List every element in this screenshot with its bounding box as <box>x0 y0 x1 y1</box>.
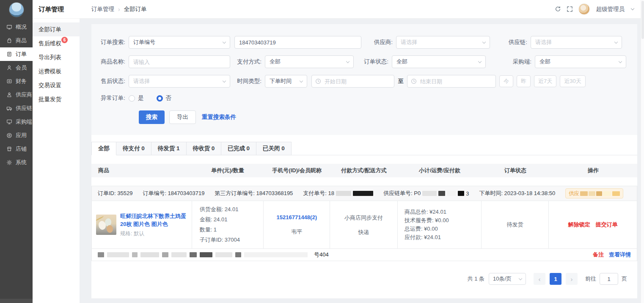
order-keyword-input[interactable] <box>234 36 361 49</box>
prev-page-button[interactable]: ‹ <box>534 273 545 285</box>
unit-qty-cell: 供货金额: 24.01 金额: 24.01 数量: 1 子订单ID: 37004 <box>192 201 264 248</box>
fullscreen-icon[interactable] <box>567 6 573 12</box>
nav-label: 采购端 <box>16 118 32 126</box>
note-link[interactable]: 备注 <box>593 251 604 259</box>
next-page-button[interactable]: › <box>566 273 578 285</box>
buyer-phone-link[interactable]: 15216771448(2) <box>277 214 317 220</box>
redacted-block <box>162 252 168 257</box>
time-type-select[interactable]: 下单时间 <box>265 75 307 88</box>
nav-item-overview[interactable]: 概况 <box>0 20 33 34</box>
abnormal-no-radio[interactable]: 否 <box>157 94 172 102</box>
goto-page-input[interactable] <box>600 273 618 285</box>
monitor-icon <box>6 24 12 30</box>
quick-date-yesterday-button[interactable]: 昨 <box>517 75 531 87</box>
supplier-select[interactable]: 请选择 <box>396 36 490 49</box>
redacted-block <box>98 252 104 257</box>
product-image[interactable] <box>96 215 116 235</box>
product-name-input[interactable] <box>129 55 230 68</box>
secondary-sidebar: 订单管理 全部订单 售后维权 6 导出列表 运费模板 交易设置 批量发货 <box>33 0 80 303</box>
submenu-item-bulk-ship[interactable]: 批量发货 <box>33 92 80 106</box>
submenu-item-export-list[interactable]: 导出列表 <box>33 50 80 64</box>
quick-date-today-button[interactable]: 今 <box>499 75 513 87</box>
totals-cell: 商品总价: ¥24.01 技术服务费: ¥0.00 总运费: ¥0.00 应付款… <box>398 201 482 248</box>
tab-unpaid[interactable]: 待支付 0 <box>116 142 151 155</box>
clock-icon <box>315 78 321 84</box>
start-date-input[interactable] <box>311 75 394 88</box>
amount-payable: 应付款: ¥24.01 <box>405 233 481 242</box>
nav-item-orders[interactable]: 订单 <box>0 47 33 61</box>
product-title-link[interactable]: 旺鲜汪皖北林下散养土鸡蛋20枚 图片色 图片色 <box>120 212 188 228</box>
tab-shipped[interactable]: 待收货 0 <box>187 142 222 155</box>
submenu-item-freight-template[interactable]: 运费模板 <box>33 64 80 78</box>
scrollbar-thumb[interactable] <box>641 1 644 39</box>
nav-label: 概况 <box>16 23 27 31</box>
nav-item-members[interactable]: 会员 <box>0 61 33 74</box>
user-avatar[interactable] <box>578 3 590 15</box>
end-date-input[interactable] <box>407 75 496 88</box>
status-text: 待发货 <box>506 221 523 229</box>
chevron-down-icon <box>478 59 482 63</box>
finance-icon <box>6 78 12 84</box>
col-subtotal: 小计/运费/应付款 <box>398 167 482 174</box>
tab-closed[interactable]: 已关闭 0 <box>256 142 292 155</box>
order-search-label: 订单搜索: <box>98 39 129 46</box>
unlock-order-link[interactable]: 解除锁定 <box>568 221 590 229</box>
third-party-order-no: 第三方订单编号: 184703368195 <box>215 190 293 197</box>
submenu-item-all-orders[interactable]: 全部订单 <box>33 22 80 36</box>
page-size-select[interactable]: 10条/页 <box>489 273 526 285</box>
view-detail-link[interactable]: 查看详情 <box>609 251 631 259</box>
nav-item-supplier[interactable]: 供应商 <box>0 88 33 102</box>
tab-completed[interactable]: 已完成 0 <box>221 142 256 155</box>
redacted-block <box>140 252 159 257</box>
nav-item-shop[interactable]: 店铺 <box>0 142 33 156</box>
search-filter-panel: 订单搜索: 订单编号 供应商: 请选择 供应链: 请选择 商品名称: <box>91 24 637 135</box>
breadcrumb-item[interactable]: 订单管理 <box>91 6 114 13</box>
nav-item-apps[interactable]: 应用 <box>0 129 33 142</box>
abnormal-yes-radio[interactable]: 是 <box>129 94 144 102</box>
nav-item-supply-chain[interactable]: 供应链 <box>0 102 33 115</box>
nav-item-purchase-end[interactable]: 采购端 <box>0 115 33 129</box>
search-button[interactable]: 搜索 <box>139 110 165 124</box>
truck-icon <box>6 105 12 111</box>
primary-sidebar: 概况 商品 订单 会员 财务 供应商 供应链 采购端 应用 店铺 系统 <box>0 0 33 303</box>
chevron-down-icon <box>482 40 486 43</box>
radio-icon <box>129 95 135 102</box>
redacted-block <box>458 191 464 196</box>
order-status-select[interactable]: 全部 <box>392 55 486 68</box>
tab-to-ship[interactable]: 待发货 1 <box>151 142 187 155</box>
submenu-item-after-sale[interactable]: 售后维权 6 <box>33 36 80 50</box>
pagination: 共 1 条 10条/页 ‹ 1 › 前往 页 <box>91 273 637 285</box>
reset-filters-link[interactable]: 重置搜索条件 <box>202 113 236 121</box>
page-scrollbar[interactable] <box>641 0 644 303</box>
export-button[interactable]: 导出 <box>169 110 196 124</box>
submenu-item-trade-settings[interactable]: 交易设置 <box>33 78 80 92</box>
sidebar-collapse-strip[interactable] <box>0 299 33 303</box>
order-search-type-select[interactable]: 订单编号 <box>129 36 230 49</box>
address-visible-text: 号404 <box>314 251 329 259</box>
nav-item-system[interactable]: 系统 <box>0 156 33 169</box>
amount: 金额: 24.01 <box>200 215 264 225</box>
tab-all[interactable]: 全部 <box>91 142 116 155</box>
quick-date-7days-button[interactable]: 近7天 <box>534 75 556 87</box>
submit-order-link[interactable]: 提交订单 <box>596 221 618 229</box>
refresh-icon[interactable] <box>555 6 561 12</box>
shop-icon <box>6 146 12 152</box>
abnormal-order-label: 异常订单: <box>98 94 129 102</box>
after-sale-count-badge: 6 <box>61 37 68 43</box>
col-actions: 操作 <box>549 167 637 174</box>
pay-type-select[interactable]: 全部 <box>265 55 354 68</box>
user-name[interactable]: 超级管理员 <box>596 6 625 13</box>
after-sale-status-select[interactable]: 请选择 <box>129 75 230 88</box>
supply-chain-label: 供应链: <box>490 39 531 46</box>
quick-date-30days-button[interactable]: 近30天 <box>560 75 585 87</box>
breadcrumb-separator-icon: › <box>118 6 120 13</box>
order-no: 订单编号: 184703403719 <box>143 190 204 197</box>
chevron-down-icon <box>223 79 226 82</box>
page-1-button[interactable]: 1 <box>550 273 561 285</box>
purchase-end-select[interactable]: 全部 <box>535 55 626 68</box>
nav-item-finance[interactable]: 财务 <box>0 74 33 88</box>
time-type-label: 时间类型: <box>230 77 265 85</box>
supply-chain-select[interactable]: 请选择 <box>531 36 622 49</box>
nav-item-products[interactable]: 商品 <box>0 34 33 47</box>
product-cell: 旺鲜汪皖北林下散养土鸡蛋20枚 图片色 图片色 规格: 默认 <box>92 201 192 248</box>
